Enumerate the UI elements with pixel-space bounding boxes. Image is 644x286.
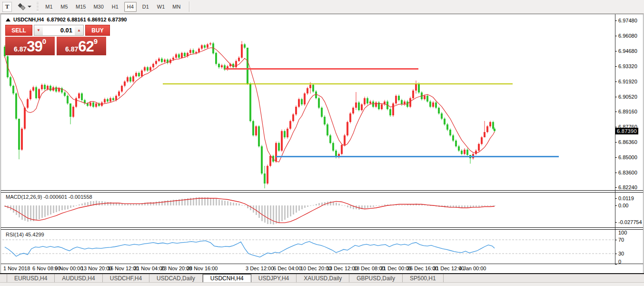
price-axis-label: 6.90520 — [618, 94, 637, 100]
macd-label: MACD(12,26,9) -0.000601 -0.001558 — [6, 194, 92, 200]
macd-axis-label: -0.027754 — [618, 220, 642, 225]
text-label-tool-icon[interactable]: T — [2, 2, 12, 12]
timeframe-button-m30[interactable]: M30 — [91, 2, 106, 12]
price-axis-label: 6.82240 — [618, 185, 637, 190]
axis-tick — [615, 36, 617, 36]
axis-tick — [615, 97, 617, 97]
axis-tick — [615, 82, 617, 82]
rsi-axis-label: 0 — [618, 259, 621, 265]
axis-tick — [615, 187, 617, 188]
axis-tick — [615, 240, 617, 240]
chart-tab-xauusd-daily[interactable]: XAUUSD,Daily — [297, 274, 349, 282]
chart-title: USDCNH,H4 6.87902 6.88161 6.86912 6.8739… — [6, 17, 127, 22]
price-axis-label: 6.85000 — [618, 155, 637, 160]
price-axis-label: 6.94680 — [618, 49, 637, 54]
price-axis-label: 6.86360 — [618, 140, 637, 145]
mt4-terminal: T M1M5M15M30H1H4D1W1MN USDCNH,H4 6.87902… — [0, 0, 644, 286]
price-axis-label: 6.91920 — [618, 79, 637, 84]
rsi-label: RSI(14) 45.4299 — [6, 232, 44, 237]
axis-tick — [615, 112, 617, 112]
macd-panel-splitter[interactable] — [1, 190, 643, 193]
ohlc-values: 6.87902 6.88161 6.86912 6.87390 — [47, 17, 127, 22]
timeframe-button-m5[interactable]: M5 — [58, 2, 70, 12]
price-axis-line — [615, 14, 615, 264]
chart-tab-usdcnh-h4[interactable]: USDCNH,H4 — [203, 274, 251, 282]
symbol-period-label: USDCNH,H4 — [13, 17, 44, 22]
price-axis-label: 6.96080 — [618, 33, 637, 39]
axis-tick — [615, 142, 617, 143]
current-price-tag: 6.87390 — [615, 128, 638, 134]
buy-price-display[interactable]: 6.87 62 9 — [57, 37, 106, 55]
sell-price-main: 39 — [27, 39, 42, 54]
timeframe-button-d1[interactable]: D1 — [139, 2, 152, 12]
time-axis-label: 28 Nov 16:00 — [187, 266, 218, 271]
buy-price-pip: 9 — [94, 38, 98, 45]
rsi-panel-splitter[interactable] — [1, 227, 643, 230]
arrows-objects-tool-icon[interactable] — [16, 2, 32, 12]
time-axis-label: 21 Nov 04:00 — [134, 266, 165, 271]
buy-price-main: 62 — [78, 39, 93, 54]
axis-tick — [615, 173, 617, 173]
chart-tab-sp500-h1[interactable]: SP500,H1 — [403, 274, 444, 282]
volume-decrease-button[interactable]: ▼ — [34, 25, 43, 35]
time-axis-label: 4 Jan 00:00 — [459, 266, 486, 271]
status-bar — [0, 282, 644, 286]
axis-tick — [615, 66, 617, 67]
buy-button[interactable]: BUY — [85, 25, 110, 36]
axis-tick — [615, 157, 617, 158]
axis-tick — [615, 222, 617, 223]
timeframe-button-w1[interactable]: W1 — [155, 2, 168, 12]
time-axis-label: 1 Nov 2018 — [3, 266, 30, 271]
toolbar: T M1M5M15M30H1H4D1W1MN — [0, 0, 644, 14]
timeframe-button-m1[interactable]: M1 — [43, 2, 55, 12]
sell-button[interactable]: SELL — [5, 25, 32, 36]
timeframe-button-h4[interactable]: H4 — [124, 2, 137, 12]
chart-tab-eurusd-h4[interactable]: EURUSD,H4 — [7, 274, 55, 282]
time-axis-label: 9 Nov 00:00 — [55, 266, 83, 271]
sell-price-pip: 0 — [42, 38, 46, 45]
timeframe-buttons: M1M5M15M30H1H4D1W1MN — [41, 2, 184, 12]
chart-tab-bar: EURUSD,H4AUDUSD,H4USDCHF,H4USDCAD,DailyU… — [0, 273, 644, 282]
toolbar-separator — [189, 1, 189, 12]
chart-window: USDCNH,H4 6.87902 6.88161 6.86912 6.8739… — [0, 14, 644, 273]
price-axis-label: 6.89160 — [618, 109, 637, 114]
price-axis-label: 6.83600 — [618, 170, 637, 175]
rsi-axis-label: 70 — [618, 237, 624, 243]
chart-tab-usdchf-h4[interactable]: USDCHF,H4 — [103, 274, 149, 282]
chart-tab-usdcad-daily[interactable]: USDCAD,Daily — [149, 274, 203, 282]
axis-tick — [615, 127, 617, 127]
volume-spinner: ▼ 0.01 ▲ — [34, 25, 84, 36]
chevron-down-icon — [28, 6, 31, 8]
rsi-axis-label: 30 — [618, 251, 624, 256]
axis-tick — [615, 51, 617, 51]
volume-value[interactable]: 0.01 — [43, 25, 75, 35]
chart-tab-audusd-h4[interactable]: AUDUSD,H4 — [55, 274, 102, 282]
volume-increase-button[interactable]: ▲ — [75, 25, 83, 35]
sell-price-prefix: 6.87 — [14, 44, 27, 54]
axis-tick — [615, 229, 617, 230]
one-click-trading-panel: SELL ▼ 0.01 ▲ BUY 6.87 39 0 6.87 62 9 — [5, 25, 110, 55]
axis-tick — [615, 205, 617, 206]
price-axis-label: 6.93320 — [618, 64, 637, 69]
chart-tab-gbpusd-daily[interactable]: GBPUSD,Daily — [349, 274, 403, 282]
collapse-panel-icon[interactable] — [6, 18, 10, 21]
macd-axis-label: 0.0119 — [618, 196, 634, 201]
timeframe-button-m15[interactable]: M15 — [73, 2, 88, 12]
axis-tick — [615, 264, 617, 265]
price-axis-label: 6.97480 — [618, 18, 637, 23]
sell-price-display[interactable]: 6.87 39 0 — [5, 37, 55, 55]
rsi-axis-label: 100 — [618, 230, 627, 235]
timeframe-button-mn[interactable]: MN — [170, 2, 183, 12]
time-axis-label: 13 Dec 12:00 — [327, 266, 357, 271]
buy-price-prefix: 6.87 — [65, 44, 78, 54]
timeframe-button-h1[interactable]: H1 — [109, 2, 121, 12]
macd-axis-label: 0.00 — [618, 203, 628, 208]
time-axis-line — [1, 264, 643, 264]
axis-tick — [615, 20, 617, 21]
time-axis-label: 3 Dec 12:00 — [246, 266, 274, 271]
toolbar-drag-handle[interactable] — [37, 1, 39, 12]
axis-tick — [615, 254, 617, 254]
time-axis-label: 6 Dec 04:00 — [273, 266, 301, 271]
axis-tick — [615, 198, 617, 199]
chart-tab-usdjpy-h4[interactable]: USDJPY,H4 — [251, 274, 297, 282]
